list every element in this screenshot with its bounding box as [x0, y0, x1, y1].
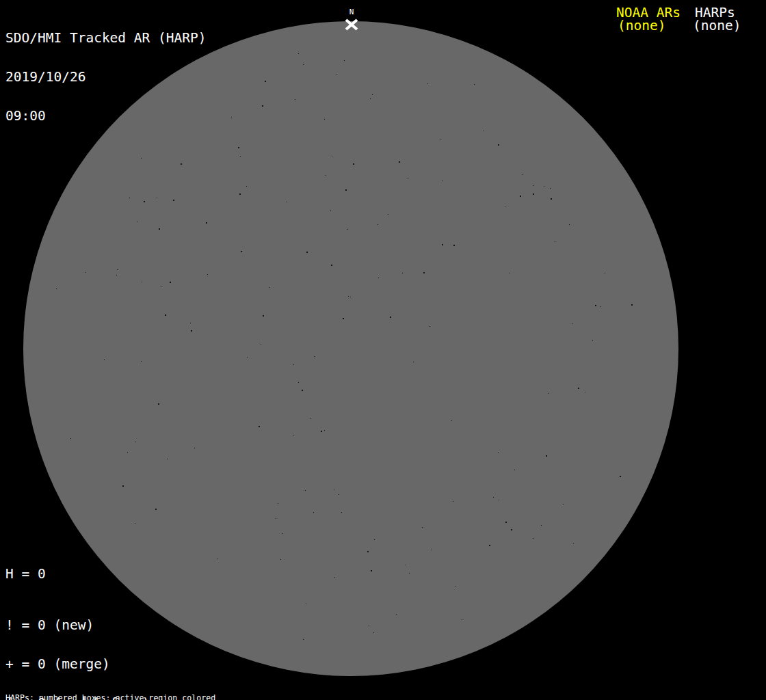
disk-speckle — [442, 180, 443, 181]
disk-speckle — [280, 559, 281, 560]
disk-speckle — [344, 60, 345, 61]
disk-speckle — [334, 489, 334, 489]
disk-speckle — [155, 509, 157, 510]
disk-speckle — [343, 318, 344, 319]
disk-speckle — [620, 476, 621, 477]
disk-speckle — [498, 452, 499, 453]
disk-speckle — [311, 418, 311, 419]
date-label: 2019/10/26 — [5, 70, 207, 83]
disk-speckle — [129, 198, 130, 198]
footer-caption: HARPs: numbered boxes; active region col… — [5, 677, 282, 700]
disk-speckle — [298, 382, 299, 383]
disk-speckle — [326, 175, 326, 176]
disk-speckle — [246, 186, 247, 187]
disk-speckle — [431, 550, 432, 550]
disk-speckle — [247, 357, 248, 358]
disk-speckle — [548, 393, 549, 394]
disk-speckle — [194, 448, 195, 448]
disk-speckle — [422, 527, 423, 528]
disk-speckle — [550, 188, 551, 189]
disk-speckle — [544, 186, 544, 187]
disk-speckle — [181, 163, 182, 165]
disk-speckle — [158, 403, 159, 405]
disk-speckle — [298, 53, 299, 54]
disk-speckle — [498, 144, 499, 146]
disk-speckle — [141, 158, 142, 159]
disk-speckle — [305, 490, 306, 491]
disk-speckle — [455, 586, 455, 587]
disk-speckle — [409, 573, 410, 574]
disk-speckle — [533, 185, 534, 186]
disk-speckle — [137, 221, 137, 221]
disk-speckle — [367, 551, 369, 552]
disk-speckle — [117, 269, 118, 270]
disk-speckle — [378, 278, 379, 278]
disk-speckle — [423, 272, 425, 273]
disk-speckle — [173, 200, 174, 201]
disk-speckle — [238, 147, 239, 148]
disk-speckle — [348, 296, 349, 297]
disk-speckle — [631, 304, 633, 306]
disk-speckle — [427, 83, 428, 84]
disk-speckle — [523, 174, 523, 175]
disk-speckle — [440, 139, 440, 140]
disk-speckle — [396, 614, 397, 615]
disk-speckle — [269, 287, 270, 288]
disk-speckle — [390, 317, 391, 318]
disk-speckle — [157, 198, 157, 198]
disk-speckle — [370, 98, 371, 99]
disk-speckle — [408, 178, 408, 179]
disk-speckle — [345, 189, 347, 191]
disk-speckle — [306, 604, 306, 604]
disk-speckle — [378, 224, 378, 225]
disk-speckle — [341, 512, 342, 513]
disk-speckle — [306, 252, 308, 253]
north-label: N — [345, 8, 358, 16]
disk-speckle — [369, 625, 369, 625]
disk-speckle — [70, 438, 71, 439]
legend-line-merge: + = 0 (merge) — [5, 658, 158, 671]
disk-speckle — [170, 282, 171, 283]
disk-speckle — [330, 210, 331, 211]
disk-speckle — [161, 286, 161, 287]
disk-speckle — [142, 282, 142, 282]
disk-speckle — [334, 577, 335, 578]
disk-speckle — [190, 323, 191, 323]
disk-speckle — [546, 455, 547, 457]
disk-speckle — [484, 131, 484, 131]
disk-speckle — [191, 330, 192, 332]
disk-speckle — [56, 288, 57, 289]
disk-speckle — [573, 543, 574, 544]
disk-speckle — [241, 251, 242, 252]
disk-speckle — [514, 470, 515, 470]
disk-speckle — [321, 431, 322, 432]
disk-speckle — [605, 273, 605, 273]
disk-speckle — [314, 356, 315, 357]
disk-speckle — [207, 274, 208, 275]
disk-speckle — [451, 420, 452, 421]
disk-speckle — [127, 452, 128, 453]
harp-tracking-view: SDO/HMI Tracked AR (HARP) 2019/10/26 09:… — [0, 0, 766, 700]
disk-speckle — [287, 202, 287, 202]
disk-speckle — [350, 297, 351, 297]
disk-speckle — [413, 362, 414, 362]
disk-speckle — [388, 214, 388, 215]
disk-speckle — [402, 273, 403, 273]
disk-speckle — [144, 201, 145, 202]
disk-speckle — [493, 497, 494, 498]
disk-speckle — [510, 273, 510, 273]
disk-speckle — [339, 494, 339, 495]
harp-count-label: H = 0 — [5, 567, 46, 580]
disk-speckle — [372, 94, 373, 95]
disk-speckle — [600, 306, 601, 307]
disk-speckle — [278, 503, 278, 504]
disk-speckle — [474, 84, 475, 85]
disk-speckle — [217, 558, 218, 559]
disk-speckle — [533, 538, 534, 539]
disk-speckle — [541, 525, 542, 526]
disk-speckle — [374, 539, 375, 540]
disk-speckle — [206, 222, 207, 224]
disk-speckle — [122, 485, 124, 487]
footer-line-harps: HARPs: numbered boxes; active region col… — [5, 694, 282, 700]
disk-speckle — [259, 426, 260, 427]
